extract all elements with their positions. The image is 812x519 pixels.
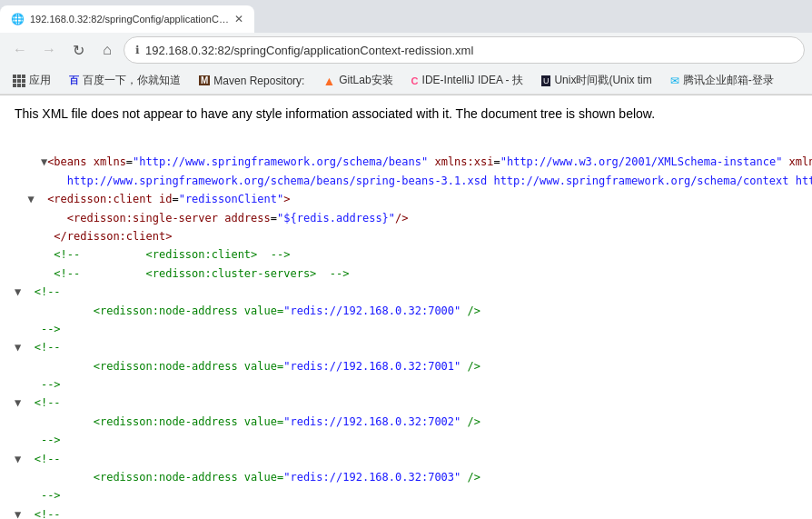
apps-icon — [13, 75, 25, 87]
tab-title: 192.168.0.32:82/springConfig/application… — [30, 14, 229, 25]
bookmark-baidu[interactable]: 百 百度一下，你就知道 — [64, 71, 186, 90]
browser-chrome: 🌐 192.168.0.32:82/springConfig/applicati… — [0, 0, 812, 95]
bookmark-maven-label: Maven Repository: — [213, 75, 304, 87]
gitlab-icon: ▲ — [322, 74, 335, 88]
tab-favicon: 🌐 — [11, 13, 25, 25]
bookmark-gitlab-label: GitLab安装 — [339, 73, 392, 88]
maven-icon: M — [199, 75, 210, 85]
unix-icon: U — [541, 75, 551, 86]
bookmarks-bar: 应用 百 百度一下，你就知道 M Maven Repository: ▲ Git… — [0, 67, 812, 95]
nav-bar: ← → ↻ ⌂ ℹ 192.168.0.32:82/springConfig/a… — [0, 33, 812, 67]
tab-bar: 🌐 192.168.0.32:82/springConfig/applicati… — [0, 0, 812, 33]
bookmark-baidu-label: 百度一下，你就知道 — [83, 73, 181, 88]
lock-icon: ℹ — [135, 44, 140, 56]
bookmark-maven[interactable]: M Maven Repository: — [193, 73, 310, 89]
toggle-comment-2[interactable]: ▼ — [15, 341, 21, 354]
toggle-comment-3[interactable]: ▼ — [15, 396, 21, 409]
home-button[interactable]: ⌂ — [94, 37, 120, 63]
tab-close-icon[interactable]: ✕ — [234, 13, 243, 25]
page-content: This XML file does not appear to have an… — [0, 95, 812, 519]
tencent-icon: ✉ — [670, 75, 679, 87]
bookmark-gitlab[interactable]: ▲ GitLab安装 — [317, 71, 398, 90]
back-button[interactable]: ← — [7, 37, 33, 63]
xml-notice: This XML file does not appear to have an… — [15, 105, 797, 124]
bookmark-tencent-label: 腾讯企业邮箱-登录 — [683, 73, 774, 88]
bookmark-tencent[interactable]: ✉ 腾讯企业邮箱-登录 — [665, 71, 779, 90]
active-tab[interactable]: 🌐 192.168.0.32:82/springConfig/applicati… — [0, 5, 254, 33]
bookmark-unix-label: Unix时间戳(Unix tim — [554, 73, 651, 88]
toggle-comment-5[interactable]: ▼ — [15, 508, 21, 519]
idea-icon: C — [411, 75, 419, 86]
toggle-comment-1[interactable]: ▼ — [15, 285, 21, 298]
forward-button[interactable]: → — [36, 37, 62, 63]
bookmark-apps-label: 应用 — [29, 73, 51, 88]
bookmark-apps[interactable]: 应用 — [7, 71, 56, 90]
bookmark-idea[interactable]: C IDE-IntelliJ IDEA - 扶 — [406, 71, 529, 90]
baidu-icon: 百 — [69, 74, 79, 87]
xml-code-block: ▼<beans xmlns="http://www.springframewor… — [15, 135, 797, 519]
bookmark-unix[interactable]: U Unix时间戳(Unix tim — [536, 71, 658, 90]
toggle-comment-4[interactable]: ▼ — [15, 453, 21, 465]
refresh-button[interactable]: ↻ — [65, 37, 91, 63]
address-bar[interactable]: ℹ 192.168.0.32:82/springConfig/applicati… — [124, 36, 805, 64]
bookmark-idea-label: IDE-IntelliJ IDEA - 扶 — [422, 73, 523, 88]
toggle-redisson-client[interactable]: ▼ — [27, 193, 34, 205]
url-text: 192.168.0.32:82/springConfig/application… — [145, 44, 473, 57]
